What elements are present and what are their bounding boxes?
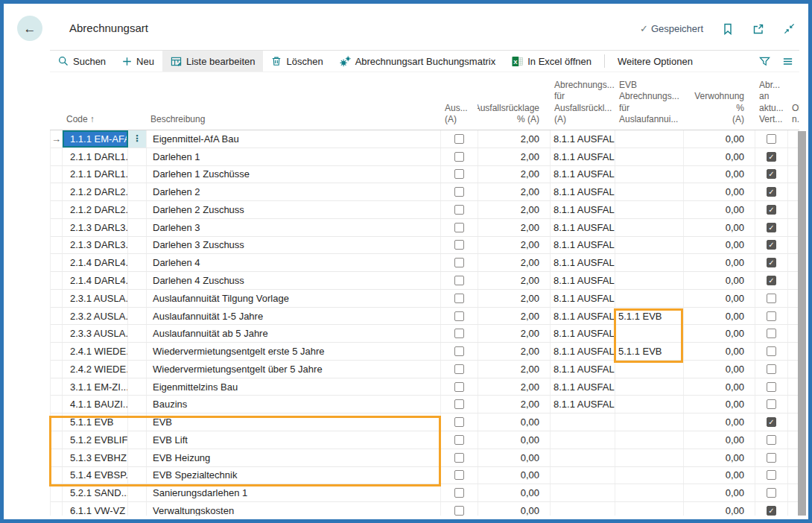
cell-ausfallsruecklage[interactable]: 2,00 bbox=[478, 308, 551, 325]
cell-verwohnung[interactable]: 0,00 bbox=[684, 467, 755, 484]
cell-evb-abrechnung[interactable] bbox=[615, 467, 684, 484]
column-header-ausfallsruecklage[interactable]: Ausfallsrücklage % (A) bbox=[478, 73, 550, 130]
abr-an-aktu-checkbox[interactable]: ✓ bbox=[767, 152, 776, 162]
column-header-obj[interactable]: Obj n.a. bbox=[787, 73, 799, 130]
cell-verwohnung[interactable]: 0,00 bbox=[684, 237, 755, 254]
cell-beschreibung[interactable]: Darlehen 4 Zuschuss bbox=[147, 272, 441, 289]
table-row[interactable]: 4.1.1 BAUZI...Bauzins2,008.1.1 AUSFALL..… bbox=[51, 396, 799, 413]
cell-evb-abrechnung[interactable] bbox=[615, 272, 684, 289]
cell-code[interactable]: 2.4.1 WIEDE... bbox=[63, 343, 128, 360]
cell-beschreibung[interactable]: Bauzins bbox=[147, 396, 441, 413]
abr-an-aktu-checkbox[interactable]: ✓ bbox=[767, 187, 776, 197]
table-row[interactable]: 2.1.4 DARL4...Darlehen 4 Zuschuss2,008.1… bbox=[51, 272, 799, 290]
abr-an-aktu-checkbox[interactable]: ✓ bbox=[767, 240, 776, 250]
table-row[interactable]: 2.3.3 AUSLA...Auslaufannuität ab 5 Jahre… bbox=[51, 325, 799, 343]
cell-abrechnung-ausfall[interactable]: 8.1.1 AUSFALL... bbox=[551, 325, 615, 342]
cell-ausfallsruecklage[interactable]: 2,00 bbox=[478, 361, 551, 378]
cell-beschreibung[interactable]: Auslaufannuität Tilgung Vorlage bbox=[147, 290, 441, 307]
cell-beschreibung[interactable]: EVB Heizung bbox=[147, 449, 441, 466]
table-row[interactable]: 2.1.2 DARL2...Darlehen 2 Zuschuss2,008.1… bbox=[51, 201, 799, 219]
cell-beschreibung[interactable]: Sanierungsdarlehen 1 bbox=[147, 484, 441, 501]
table-row[interactable]: 2.3.1 AUSLA...Auslaufannuität Tilgung Vo… bbox=[51, 290, 799, 308]
table-row[interactable]: 5.1.3 EVBHZEVB Heizung0,000,00 bbox=[51, 449, 799, 467]
aus-a-checkbox[interactable] bbox=[454, 399, 464, 409]
cell-verwohnung[interactable]: 0,00 bbox=[684, 396, 755, 413]
cell-code[interactable]: 2.1.4 DARL4... bbox=[63, 272, 128, 289]
cell-beschreibung[interactable]: Eigenmittel-AfA Bau bbox=[147, 130, 441, 148]
abr-an-aktu-checkbox[interactable] bbox=[767, 453, 776, 463]
table-row[interactable]: 6.1.1 VW-VZVerwaltungskosten0,000,00✓ bbox=[51, 502, 799, 516]
cell-beschreibung[interactable]: Darlehen 2 Zuschuss bbox=[147, 201, 441, 218]
abr-an-aktu-checkbox[interactable] bbox=[767, 399, 776, 409]
cell-abrechnung-ausfall[interactable]: 8.1.1 AUSFALL... bbox=[551, 396, 615, 413]
cell-abrechnung-ausfall[interactable] bbox=[551, 484, 615, 501]
open-in-excel-button[interactable]: X In Excel öffnen bbox=[504, 51, 600, 72]
cell-ausfallsruecklage[interactable]: 2,00 bbox=[478, 130, 551, 148]
cell-beschreibung[interactable]: Darlehen 1 Zuschüsse bbox=[147, 166, 441, 183]
abr-an-aktu-checkbox[interactable] bbox=[767, 435, 776, 445]
cell-code[interactable]: 2.4.2 WIEDE... bbox=[63, 361, 128, 378]
bookmark-icon[interactable] bbox=[723, 23, 733, 35]
cell-beschreibung[interactable]: Wiedervermietungsentgelt erste 5 Jahre bbox=[147, 343, 441, 360]
table-row[interactable]: 3.1.1 EM-ZI...Eigenmittelzins Bau2,008.1… bbox=[51, 378, 799, 396]
cell-evb-abrechnung[interactable] bbox=[615, 449, 684, 466]
aus-a-checkbox[interactable] bbox=[454, 346, 464, 356]
search-button[interactable]: Suchen bbox=[50, 51, 114, 72]
cell-abrechnung-ausfall[interactable] bbox=[551, 502, 615, 516]
cell-code[interactable]: 2.1.2 DARL2... bbox=[63, 183, 128, 200]
cell-beschreibung[interactable]: Auslaufannuität ab 5 Jahre bbox=[147, 325, 441, 342]
abr-an-aktu-checkbox[interactable] bbox=[767, 488, 776, 498]
cell-code[interactable]: 5.2.1 SAND... bbox=[63, 484, 128, 501]
cell-evb-abrechnung[interactable] bbox=[615, 237, 684, 254]
cell-ausfallsruecklage[interactable]: 0,00 bbox=[478, 431, 551, 448]
cell-abrechnung-ausfall[interactable]: 8.1.1 AUSFALL... bbox=[551, 130, 615, 148]
abr-an-aktu-checkbox[interactable]: ✓ bbox=[767, 223, 776, 232]
cell-verwohnung[interactable]: 0,00 bbox=[684, 413, 755, 431]
cell-ausfallsruecklage[interactable]: 2,00 bbox=[478, 166, 551, 183]
cell-abrechnung-ausfall[interactable]: 8.1.1 AUSFALL... bbox=[551, 183, 615, 200]
cell-code[interactable]: 5.1.3 EVBHZ bbox=[63, 449, 128, 466]
cell-evb-abrechnung[interactable] bbox=[615, 183, 684, 200]
cell-code[interactable]: 2.1.3 DARL3... bbox=[63, 237, 128, 254]
aus-a-checkbox[interactable] bbox=[454, 453, 464, 463]
cell-ausfallsruecklage[interactable]: 2,00 bbox=[478, 272, 551, 289]
cell-abrechnung-ausfall[interactable] bbox=[551, 449, 615, 466]
cell-code[interactable]: 4.1.1 BAUZI... bbox=[63, 396, 128, 413]
abr-an-aktu-checkbox[interactable] bbox=[767, 364, 776, 374]
new-button[interactable]: Neu bbox=[114, 51, 162, 72]
aus-a-checkbox[interactable] bbox=[454, 506, 464, 516]
cell-evb-abrechnung[interactable] bbox=[615, 325, 684, 342]
cell-ausfallsruecklage[interactable]: 2,00 bbox=[478, 254, 551, 271]
posting-matrix-button[interactable]: Abrechnungsart Buchungsmatrix bbox=[332, 51, 504, 72]
cell-code[interactable]: 2.1.3 DARL3... bbox=[63, 219, 128, 236]
abr-an-aktu-checkbox[interactable] bbox=[767, 134, 776, 144]
cell-verwohnung[interactable]: 0,00 bbox=[684, 378, 755, 396]
column-header-verwohnung[interactable]: Verwohnung % (A) bbox=[683, 73, 755, 130]
cell-abrechnung-ausfall[interactable] bbox=[551, 467, 615, 484]
cell-ausfallsruecklage[interactable]: 2,00 bbox=[478, 201, 551, 218]
cell-code[interactable]: 2.1.4 DARL4... bbox=[63, 254, 128, 271]
cell-ausfallsruecklage[interactable]: 2,00 bbox=[478, 219, 551, 236]
aus-a-checkbox[interactable] bbox=[454, 417, 464, 427]
cell-evb-abrechnung[interactable] bbox=[615, 219, 684, 236]
table-row[interactable]: 5.1.1 EVBEVB0,000,00✓ bbox=[51, 413, 799, 431]
cell-code[interactable]: 5.1.4 EVBSP... bbox=[63, 467, 128, 484]
cell-verwohnung[interactable]: 0,00 bbox=[684, 431, 755, 448]
aus-a-checkbox[interactable] bbox=[454, 134, 464, 144]
cell-beschreibung[interactable]: Verwaltungskosten bbox=[147, 502, 441, 516]
cell-beschreibung[interactable]: EVB Spezialtechnik bbox=[147, 467, 441, 484]
abr-an-aktu-checkbox[interactable]: ✓ bbox=[767, 258, 776, 267]
cell-beschreibung[interactable]: Wiedervermietungsentgelt über 5 Jahre bbox=[147, 361, 441, 378]
cell-ausfallsruecklage[interactable]: 0,00 bbox=[478, 484, 551, 501]
cell-abrechnung-ausfall[interactable]: 8.1.1 AUSFALL... bbox=[551, 290, 615, 307]
edit-list-button[interactable]: Liste bearbeiten bbox=[162, 51, 264, 72]
cell-evb-abrechnung[interactable] bbox=[615, 130, 684, 148]
table-row[interactable]: 2.1.2 DARL2...Darlehen 22,008.1.1 AUSFAL… bbox=[51, 183, 799, 201]
cell-verwohnung[interactable]: 0,00 bbox=[684, 166, 755, 183]
cell-verwohnung[interactable]: 0,00 bbox=[684, 272, 755, 289]
column-header-abrechnung-ausfall[interactable]: Abrechnungs... für Ausfallsrückl... (A) bbox=[550, 73, 615, 130]
cell-code[interactable]: 1.1.1 EM-AFA bbox=[63, 130, 128, 148]
cell-abrechnung-ausfall[interactable]: 8.1.1 AUSFALL... bbox=[551, 361, 615, 378]
cell-evb-abrechnung[interactable] bbox=[615, 484, 684, 501]
cell-beschreibung[interactable]: Darlehen 1 bbox=[147, 148, 441, 165]
